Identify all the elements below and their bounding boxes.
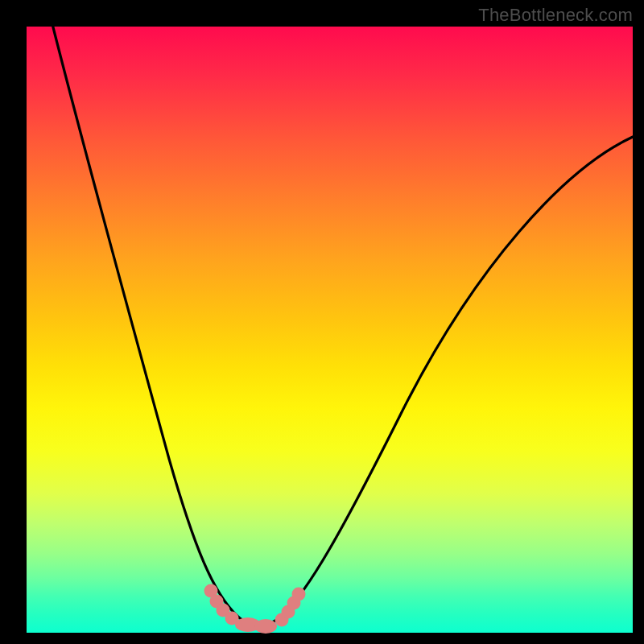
watermark-text: TheBottleneck.com bbox=[478, 5, 633, 26]
chart-frame: TheBottleneck.com bbox=[0, 0, 644, 644]
plot-gradient-background bbox=[27, 27, 633, 633]
